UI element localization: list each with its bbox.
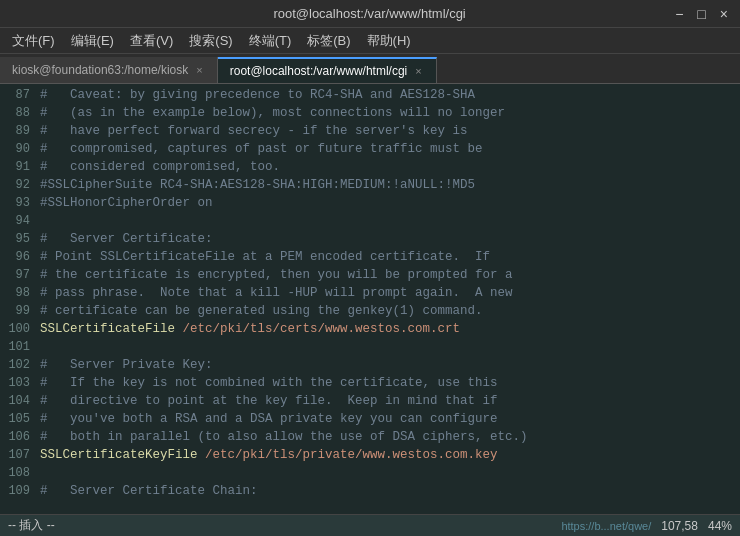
line-number: 103 [0,374,36,392]
menu-item[interactable]: 标签(B) [299,30,358,52]
status-percent: 44% [708,519,732,533]
title-bar-title: root@localhost:/var/www/html/cgi [68,6,671,21]
line-number: 104 [0,392,36,410]
status-right: https://b...net/qwe/ 107,58 44% [561,519,732,533]
title-bar: root@localhost:/var/www/html/cgi − □ × [0,0,740,28]
line-content: # Server Certificate Chain: [36,482,740,500]
code-line: 97# the certificate is encrypted, then y… [0,266,740,284]
line-number: 108 [0,464,36,482]
status-url: https://b...net/qwe/ [561,520,651,532]
content-area: 87# Caveat: by giving precedence to RC4-… [0,84,740,514]
tab[interactable]: root@localhost:/var/www/html/cgi× [218,57,437,83]
line-number: 91 [0,158,36,176]
code-line: 103# If the key is not combined with the… [0,374,740,392]
code-line: 88# (as in the example below), most conn… [0,104,740,122]
close-button[interactable]: × [716,7,732,21]
line-content: # compromised, captures of past or futur… [36,140,740,158]
menu-item[interactable]: 编辑(E) [63,30,122,52]
line-number: 90 [0,140,36,158]
line-content: # certificate can be generated using the… [36,302,740,320]
code-line: 98# pass phrase. Note that a kill -HUP w… [0,284,740,302]
code-line: 105# you've both a RSA and a DSA private… [0,410,740,428]
code-line: 99# certificate can be generated using t… [0,302,740,320]
minimize-button[interactable]: − [671,7,687,21]
line-number: 98 [0,284,36,302]
menu-bar: 文件(F)编辑(E)查看(V)搜索(S)终端(T)标签(B)帮助(H) [0,28,740,54]
line-number: 96 [0,248,36,266]
line-content: # you've both a RSA and a DSA private ke… [36,410,740,428]
code-line: 89# have perfect forward secrecy - if th… [0,122,740,140]
menu-item[interactable]: 帮助(H) [359,30,419,52]
line-number: 89 [0,122,36,140]
line-number: 95 [0,230,36,248]
code-view[interactable]: 87# Caveat: by giving precedence to RC4-… [0,84,740,514]
line-content: #SSLHonorCipherOrder on [36,194,740,212]
tab-label: kiosk@foundation63:/home/kiosk [12,63,188,77]
line-content: # the certificate is encrypted, then you… [36,266,740,284]
line-content: #SSLCipherSuite RC4-SHA:AES128-SHA:HIGH:… [36,176,740,194]
menu-item[interactable]: 搜索(S) [181,30,240,52]
code-line: 92#SSLCipherSuite RC4-SHA:AES128-SHA:HIG… [0,176,740,194]
status-position: 107,58 [661,519,698,533]
code-line: 101 [0,338,740,356]
line-number: 106 [0,428,36,446]
code-line: 108 [0,464,740,482]
line-number: 102 [0,356,36,374]
line-number: 97 [0,266,36,284]
code-line: 100SSLCertificateFile /etc/pki/tls/certs… [0,320,740,338]
code-line: 87# Caveat: by giving precedence to RC4-… [0,86,740,104]
status-mode: -- 插入 -- [8,517,55,534]
code-line: 102# Server Private Key: [0,356,740,374]
line-number: 94 [0,212,36,230]
window-controls: − □ × [671,7,732,21]
code-line: 96# Point SSLCertificateFile at a PEM en… [0,248,740,266]
maximize-button[interactable]: □ [693,7,709,21]
line-content: # If the key is not combined with the ce… [36,374,740,392]
line-number: 99 [0,302,36,320]
line-content: # both in parallel (to also allow the us… [36,428,740,446]
line-number: 105 [0,410,36,428]
status-bar: -- 插入 -- https://b...net/qwe/ 107,58 44% [0,514,740,536]
line-content: # Point SSLCertificateFile at a PEM enco… [36,248,740,266]
line-number: 109 [0,482,36,500]
line-content: SSLCertificateKeyFile /etc/pki/tls/priva… [36,446,740,464]
line-number: 93 [0,194,36,212]
tab[interactable]: kiosk@foundation63:/home/kiosk× [0,57,218,83]
menu-item[interactable]: 查看(V) [122,30,181,52]
tab-label: root@localhost:/var/www/html/cgi [230,64,408,78]
line-number: 88 [0,104,36,122]
tab-close-icon[interactable]: × [413,65,423,77]
code-line: 91# considered compromised, too. [0,158,740,176]
line-number: 107 [0,446,36,464]
line-number: 92 [0,176,36,194]
line-content: # Caveat: by giving precedence to RC4-SH… [36,86,740,104]
line-number: 101 [0,338,36,356]
line-number: 100 [0,320,36,338]
line-content: # Server Private Key: [36,356,740,374]
code-line: 93#SSLHonorCipherOrder on [0,194,740,212]
line-number: 87 [0,86,36,104]
line-content: # have perfect forward secrecy - if the … [36,122,740,140]
code-line: 107SSLCertificateKeyFile /etc/pki/tls/pr… [0,446,740,464]
line-content: # directive to point at the key file. Ke… [36,392,740,410]
line-content: # Server Certificate: [36,230,740,248]
code-line: 104# directive to point at the key file.… [0,392,740,410]
line-content: SSLCertificateFile /etc/pki/tls/certs/ww… [36,320,740,338]
line-content: # (as in the example below), most connec… [36,104,740,122]
menu-item[interactable]: 文件(F) [4,30,63,52]
line-content: # considered compromised, too. [36,158,740,176]
code-line: 109# Server Certificate Chain: [0,482,740,500]
tab-bar: kiosk@foundation63:/home/kiosk×root@loca… [0,54,740,84]
code-line: 106# both in parallel (to also allow the… [0,428,740,446]
code-line: 95# Server Certificate: [0,230,740,248]
menu-item[interactable]: 终端(T) [241,30,300,52]
tab-close-icon[interactable]: × [194,64,204,76]
code-line: 90# compromised, captures of past or fut… [0,140,740,158]
code-line: 94 [0,212,740,230]
line-content: # pass phrase. Note that a kill -HUP wil… [36,284,740,302]
